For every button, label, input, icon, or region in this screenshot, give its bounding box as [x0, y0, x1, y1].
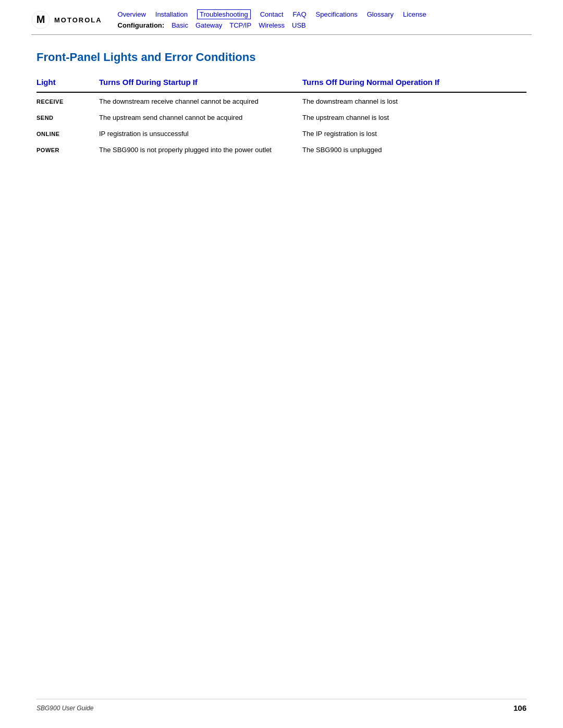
nav-specifications[interactable]: Specifications — [316, 10, 358, 18]
nav-tcpip[interactable]: TCP/IP — [229, 21, 251, 29]
motorola-brand-text: MOTOROLA — [54, 16, 102, 24]
error-table: Light Turns Off During Startup If Turns … — [36, 75, 527, 158]
normal-power: The SBG900 is unplugged — [302, 142, 527, 158]
light-online: Online — [36, 126, 99, 142]
nav-top: Overview Installation Troubleshooting Co… — [118, 9, 532, 19]
normal-online: The IP registration is lost — [302, 126, 527, 142]
logo-area: M MOTOROLA — [31, 10, 102, 29]
svg-text:M: M — [36, 14, 45, 25]
startup-send: The upstream send channel cannot be acqu… — [99, 109, 302, 126]
header: M MOTOROLA Overview Installation Trouble… — [0, 0, 563, 34]
page-number: 106 — [513, 704, 527, 712]
nav-gateway[interactable]: Gateway — [195, 21, 222, 29]
light-send: Send — [36, 109, 99, 126]
table-row: Online IP registration is unsuccessful T… — [36, 126, 527, 142]
startup-online: IP registration is unsuccessful — [99, 126, 302, 142]
light-receive: Receive — [36, 93, 99, 109]
page-container: M MOTOROLA Overview Installation Trouble… — [0, 0, 563, 728]
table-row: Receive The downstream receive channel c… — [36, 93, 527, 109]
nav-faq[interactable]: FAQ — [293, 10, 307, 18]
nav-glossary[interactable]: Glossary — [367, 10, 394, 18]
col-header-light: Light — [36, 75, 99, 92]
col-header-startup: Turns Off During Startup If — [99, 75, 302, 92]
footer: SBG900 User Guide 106 — [36, 699, 527, 712]
nav-troubleshooting[interactable]: Troubleshooting — [197, 9, 251, 19]
page-title: Front-Panel Lights and Error Conditions — [36, 51, 527, 64]
nav-bottom: Configuration: Basic Gateway TCP/IP Wire… — [118, 21, 532, 29]
startup-receive: The downstream receive channel cannot be… — [99, 93, 302, 109]
table-row: Power The SBG900 is not properly plugged… — [36, 142, 527, 158]
table-header-row: Light Turns Off During Startup If Turns … — [36, 75, 527, 92]
normal-receive: The downstream channel is lost — [302, 93, 527, 109]
nav-basic[interactable]: Basic — [172, 21, 188, 29]
nav-contact[interactable]: Contact — [260, 10, 284, 18]
motorola-logo-icon: M — [31, 10, 50, 29]
configuration-label: Configuration: — [118, 21, 165, 29]
table-row: Send The upstream send channel cannot be… — [36, 109, 527, 126]
normal-send: The upstream channel is lost — [302, 109, 527, 126]
nav-license[interactable]: License — [403, 10, 426, 18]
footer-guide-text: SBG900 User Guide — [36, 705, 93, 712]
nav-area: Overview Installation Troubleshooting Co… — [118, 9, 532, 29]
main-content: Front-Panel Lights and Error Conditions … — [0, 35, 563, 189]
light-power: Power — [36, 142, 99, 158]
nav-installation[interactable]: Installation — [155, 10, 188, 18]
col-header-normal: Turns Off During Normal Operation If — [302, 75, 527, 92]
nav-overview[interactable]: Overview — [118, 10, 146, 18]
nav-usb[interactable]: USB — [292, 21, 306, 29]
nav-wireless[interactable]: Wireless — [259, 21, 285, 29]
startup-power: The SBG900 is not properly plugged into … — [99, 142, 302, 158]
